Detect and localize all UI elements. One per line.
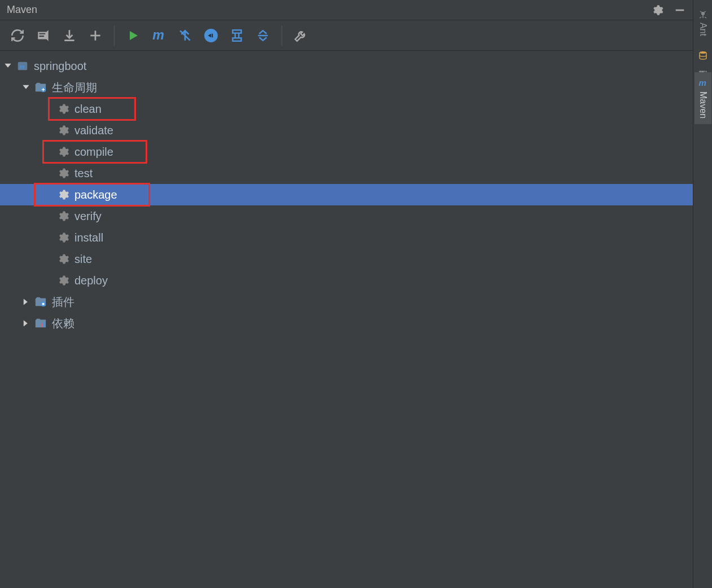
reload-button[interactable] bbox=[6, 24, 29, 47]
tree-node-phase-clean[interactable]: clean bbox=[0, 98, 693, 120]
tree-node-phase-package[interactable]: package bbox=[0, 184, 693, 205]
svg-text:m: m bbox=[20, 64, 25, 70]
tab-label: Ant bbox=[698, 23, 708, 36]
wrench-button[interactable] bbox=[289, 24, 313, 47]
tree-node-plugins[interactable]: 插件 bbox=[0, 291, 693, 313]
phase-label: compile bbox=[74, 146, 113, 159]
toggle-offline-button[interactable] bbox=[173, 24, 197, 47]
maven-icon: m bbox=[698, 78, 708, 88]
tree-node-phase-site[interactable]: site bbox=[0, 248, 693, 270]
maven-project-icon: m bbox=[16, 59, 29, 73]
skip-tests-button[interactable] bbox=[199, 24, 223, 47]
svg-rect-5 bbox=[232, 30, 241, 33]
tree-node-phase-validate[interactable]: validate bbox=[0, 120, 693, 141]
tree-node-dependencies[interactable]: 依赖 bbox=[0, 313, 693, 334]
minimize-icon[interactable] bbox=[674, 4, 686, 16]
chevron-down-icon[interactable] bbox=[2, 62, 14, 70]
project-name: springboot bbox=[34, 60, 86, 73]
svg-rect-15 bbox=[43, 322, 45, 327]
database-icon bbox=[698, 51, 707, 60]
gear-icon bbox=[56, 209, 70, 223]
download-button[interactable] bbox=[58, 24, 81, 47]
svg-rect-13 bbox=[42, 303, 45, 305]
gear-icon bbox=[56, 252, 70, 266]
phase-label: test bbox=[74, 167, 93, 180]
ant-icon bbox=[698, 10, 707, 19]
divider bbox=[282, 25, 282, 46]
svg-point-17 bbox=[700, 51, 706, 54]
gear-icon bbox=[56, 188, 70, 201]
settings-icon[interactable] bbox=[651, 4, 663, 16]
window-title: Maven bbox=[7, 4, 37, 16]
deps-label: 依赖 bbox=[52, 316, 74, 331]
add-button[interactable] bbox=[83, 24, 107, 47]
maven-tool-window: Maven m bbox=[0, 0, 693, 588]
tree-node-phase-install[interactable]: install bbox=[0, 227, 693, 248]
gear-icon bbox=[56, 231, 70, 244]
folder-plugins-icon bbox=[34, 295, 47, 309]
tree-node-phase-test[interactable]: test bbox=[0, 163, 693, 184]
gear-icon bbox=[56, 124, 70, 137]
chevron-down-icon[interactable] bbox=[20, 84, 32, 91]
divider bbox=[114, 25, 115, 46]
tab-maven[interactable]: m Maven bbox=[695, 72, 711, 124]
phase-label: site bbox=[74, 253, 92, 266]
chevron-right-icon[interactable] bbox=[20, 298, 32, 306]
tab-label: Maven bbox=[698, 91, 708, 119]
lifecycle-label: 生命周期 bbox=[52, 80, 97, 95]
title-bar: Maven bbox=[0, 0, 693, 20]
gear-icon bbox=[56, 102, 70, 116]
phase-label: install bbox=[74, 231, 103, 244]
svg-rect-6 bbox=[232, 38, 241, 41]
tree-node-phase-deploy[interactable]: deploy bbox=[0, 270, 693, 291]
chevron-right-icon[interactable] bbox=[20, 319, 32, 327]
svg-rect-14 bbox=[41, 323, 43, 327]
folder-lifecycle-icon bbox=[34, 81, 47, 94]
plugins-label: 插件 bbox=[52, 295, 74, 310]
collapse-all-button[interactable] bbox=[251, 24, 275, 47]
show-dependencies-button[interactable] bbox=[225, 24, 249, 47]
gear-icon bbox=[56, 166, 70, 180]
gear-icon bbox=[56, 145, 70, 159]
phase-label: clean bbox=[74, 103, 102, 116]
run-button[interactable] bbox=[121, 24, 145, 47]
svg-text:m: m bbox=[152, 28, 164, 42]
phase-label: package bbox=[74, 188, 117, 201]
right-sidebar: Ant 数据库 m Maven bbox=[693, 0, 712, 588]
gear-icon bbox=[56, 274, 70, 287]
phase-label: validate bbox=[74, 124, 113, 137]
svg-text:m: m bbox=[698, 78, 706, 87]
tree-node-phase-compile[interactable]: compile bbox=[0, 141, 693, 163]
tree-view: m springboot 生命周期 clean validate bbox=[0, 51, 693, 588]
toolbar: m bbox=[0, 20, 693, 51]
tree-node-lifecycle[interactable]: 生命周期 bbox=[0, 77, 693, 98]
tab-database[interactable]: 数据库 bbox=[693, 45, 712, 69]
folder-deps-icon bbox=[34, 317, 47, 330]
tab-ant[interactable]: Ant bbox=[695, 5, 711, 42]
title-controls bbox=[651, 4, 686, 16]
tree-node-project[interactable]: m springboot bbox=[0, 55, 693, 77]
phase-label: deploy bbox=[74, 274, 108, 287]
execute-maven-button[interactable]: m bbox=[147, 24, 171, 47]
generate-sources-button[interactable] bbox=[32, 24, 55, 47]
tree-node-phase-verify[interactable]: verify bbox=[0, 205, 693, 227]
phase-label: verify bbox=[74, 210, 102, 223]
